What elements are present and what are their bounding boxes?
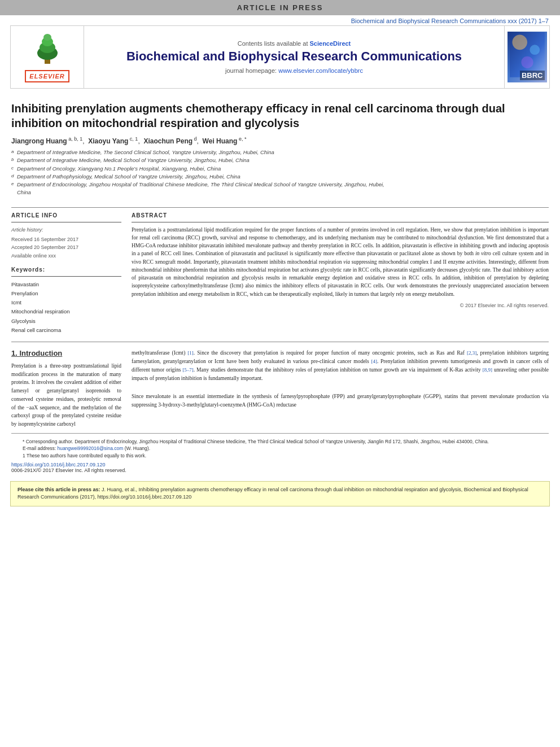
affiliations: a Department of Integrative Medicine, Th… (11, 148, 549, 197)
affiliation-e-cont: China (11, 189, 549, 196)
svg-point-6 (512, 35, 527, 50)
article-info-col: ARTICLE INFO Article history: Received 1… (11, 212, 121, 335)
accepted-date: Accepted 20 September 2017 (11, 244, 78, 250)
svg-point-7 (530, 45, 540, 55)
abstract-header: ABSTRACT (132, 212, 549, 219)
svg-point-8 (521, 56, 533, 68)
homepage-label: journal homepage: (225, 67, 277, 74)
header-box: ELSEVIER Contents lists available at Sci… (10, 25, 550, 89)
article-in-press-banner: ARTICLE IN PRESS (0, 0, 560, 15)
article-title: Inhibiting prenylation augments chemothe… (11, 101, 549, 130)
keyword-3: Icmt (11, 298, 121, 307)
svg-point-4 (43, 34, 51, 41)
keyword-1: Pitavastatin (11, 280, 121, 289)
available-date: Available online xxx (11, 253, 56, 259)
ref-1[interactable]: [1] (187, 350, 194, 356)
homepage-url[interactable]: www.elsevier.com/locate/ybbrc (278, 67, 363, 74)
keywords-header: Keywords: (11, 267, 121, 273)
intro-section: 1. Introduction Prenylation is a three-s… (0, 349, 560, 429)
doi-bar: https://doi.org/10.1016/j.bbrc.2017.09.1… (0, 460, 560, 475)
keywords-divider (11, 276, 121, 277)
ref-4[interactable]: [4] (371, 359, 377, 364)
header-left: ELSEVIER (11, 26, 84, 88)
email-label: E-mail address: (23, 445, 56, 451)
elsevier-logo: ELSEVIER (25, 70, 69, 82)
corresponding-text: Department of Endocrinology, Jingzhou Ho… (75, 439, 489, 444)
keyword-4: Mitochondrial respiration (11, 307, 121, 316)
sciencedirect-link[interactable]: ScienceDirect (310, 40, 351, 47)
abstract-divider (132, 222, 549, 222)
journal-homepage: journal homepage: www.elsevier.com/locat… (225, 67, 363, 74)
sciencedirect-label: Contents lists available at (238, 40, 308, 47)
intro-text-right: methyltransferase (Icmt) [1]. Since the … (132, 349, 549, 383)
keywords-section: Keywords: Pitavastatin Prenylation Icmt … (11, 267, 121, 335)
divider-1 (11, 207, 549, 208)
author-1: Jiangrong Huang (11, 137, 67, 145)
keyword-5: Glycolysis (11, 317, 121, 326)
footnote-corresponding: * Corresponding author. Department of En… (23, 438, 537, 445)
ref-2-3[interactable]: [2,3] (467, 350, 476, 356)
history-label: Article history: (11, 226, 121, 234)
keyword-2: Prenylation (11, 289, 121, 298)
abstract-col: ABSTRACT Prenylation is a posttranslatio… (132, 212, 549, 335)
corresponding-label: * Corresponding author. (23, 439, 73, 444)
bbrc-abbr-text: BBRC (520, 71, 545, 80)
article-title-area: Inhibiting prenylation augments chemothe… (0, 89, 560, 203)
ref-5-7[interactable]: [5–7] (182, 367, 194, 373)
copyright-line: © 2017 Elsevier Inc. All rights reserved… (132, 303, 549, 308)
intro-right-col: methyltransferase (Icmt) [1]. Since the … (132, 349, 549, 429)
affiliation-c: c Department of Oncology, Xiangyang No.1… (11, 165, 549, 173)
ref-8-9[interactable]: [8,9] (483, 367, 492, 373)
page: ARTICLE IN PRESS Biochemical and Biophys… (0, 0, 560, 747)
author-3: Xiaochun Peng (143, 137, 193, 145)
banner-text: ARTICLE IN PRESS (237, 3, 323, 12)
header-center: Contents lists available at ScienceDirec… (84, 26, 504, 88)
header-right: BBRC (504, 26, 549, 88)
intro-text-right-2: Since mevalonate is an essential interme… (132, 392, 549, 409)
footnote-email: E-mail address: huangwei99992016@sina.co… (23, 445, 537, 452)
received-date: Received 16 September 2017 (11, 237, 78, 242)
elsevier-tree-icon (25, 32, 70, 65)
issn-text: 0006-291X/© 2017 Elsevier Inc. All right… (11, 468, 126, 473)
email-address[interactable]: huangwei99992016@sina.com (57, 445, 123, 451)
elsevier-label: ELSEVIER (29, 73, 64, 80)
intro-heading: 1. Introduction (11, 349, 121, 357)
keyword-6: Renal cell carcinoma (11, 326, 121, 335)
email-suffix: (W. Huang). (125, 445, 150, 451)
affiliation-e: e Department of Endocrinology, Jingzhou … (11, 181, 549, 189)
author-2: Xiaoyu Yang (88, 137, 128, 145)
journal-ref-line: Biochemical and Biophysical Research Com… (0, 15, 560, 25)
article-history: Article history: Received 16 September 2… (11, 226, 121, 260)
affiliation-d: d Department of Pathophysiology, Medical… (11, 173, 549, 181)
journal-ref-text: Biochemical and Biophysical Research Com… (351, 18, 549, 24)
article-info-divider (11, 222, 121, 222)
authors-line: Jiangrong Huang a, b, 1, Xiaoyu Yang c, … (11, 136, 549, 145)
abstract-text: Prenylation is a posttranslational lipid… (132, 226, 549, 298)
footnote-equal-contrib: 1 These two authors have contributed equ… (23, 452, 537, 460)
intro-text-left: Prenylation is a three-step posttranslat… (11, 362, 121, 429)
footnotes-area: * Corresponding author. Department of En… (11, 433, 549, 460)
sciencedirect-line: Contents lists available at ScienceDirec… (238, 40, 351, 47)
doi-url[interactable]: https://doi.org/10.1016/j.bbrc.2017.09.1… (11, 462, 106, 468)
intro-left-col: 1. Introduction Prenylation is a three-s… (11, 349, 121, 429)
citation-text: Please cite this article in press as: J.… (18, 487, 528, 500)
affiliation-b: b Department of Integrative Medicine, Me… (11, 156, 549, 164)
author-4: Wei Huang (203, 137, 238, 145)
article-info-header: ARTICLE INFO (11, 212, 121, 219)
two-col-area: ARTICLE INFO Article history: Received 1… (0, 212, 560, 335)
citation-box: Please cite this article in press as: J.… (10, 481, 550, 506)
bbrc-logo: BBRC (508, 32, 547, 82)
affiliation-a: a Department of Integrative Medicine, Th… (11, 148, 549, 156)
full-divider-1 (11, 342, 549, 342)
journal-title: Biochemical and Biophysical Research Com… (126, 49, 462, 64)
